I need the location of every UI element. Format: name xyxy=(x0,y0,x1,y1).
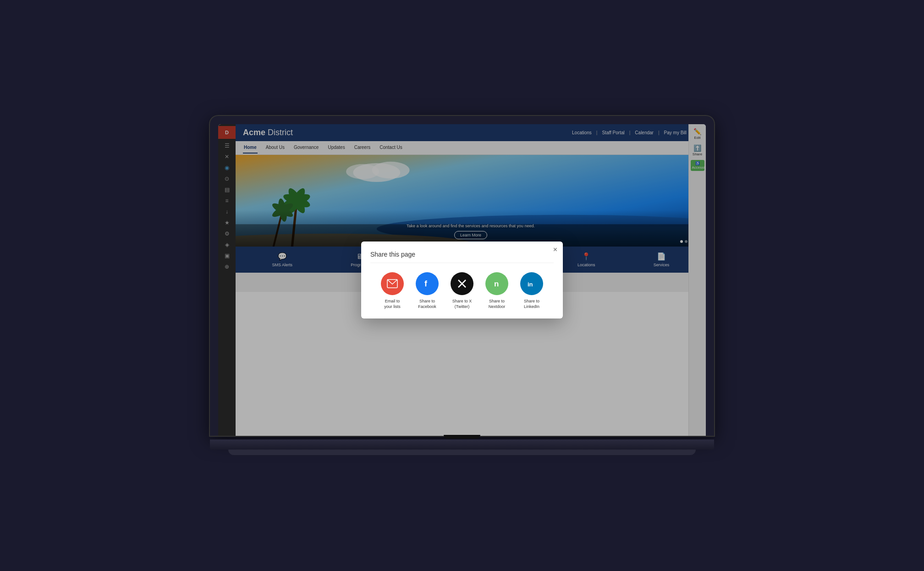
facebook-label: Share toFacebook xyxy=(418,299,436,309)
linkedin-label: Share toLinkedIn xyxy=(524,299,539,309)
svg-text:f: f xyxy=(424,279,428,288)
laptop-container: D ☰ ✕ ◉ ⊙ ▤ ≡ ↓ ★ ⚙ ◈ ▣ ⊕ xyxy=(210,116,714,455)
share-facebook[interactable]: f Share toFacebook xyxy=(416,272,439,309)
site-area: Acme District Locations | Staff Portal |… xyxy=(236,124,706,436)
twitter-label: Share to X(Twitter) xyxy=(452,299,472,309)
laptop-screen: D ☰ ✕ ◉ ⊙ ▤ ≡ ↓ ★ ⚙ ◈ ▣ ⊕ xyxy=(218,124,706,436)
share-modal: Share this page × xyxy=(361,242,563,318)
modal-overlay[interactable]: Share this page × xyxy=(236,124,706,436)
linkedin-icon: in xyxy=(526,278,537,289)
laptop-base xyxy=(210,439,714,450)
x-twitter-icon xyxy=(457,279,467,289)
modal-title: Share this page xyxy=(370,251,554,263)
share-linkedin[interactable]: in Share toLinkedIn xyxy=(520,272,543,309)
screen-bezel: D ☰ ✕ ◉ ⊙ ▤ ≡ ↓ ★ ⚙ ◈ ▣ ⊕ xyxy=(210,116,714,436)
svg-text:n: n xyxy=(494,280,499,288)
nextdoor-icon: n xyxy=(491,278,502,289)
email-icon xyxy=(387,279,398,288)
facebook-circle: f xyxy=(416,272,439,295)
share-nextdoor[interactable]: n Share toNextdoor xyxy=(485,272,508,309)
modal-close-button[interactable]: × xyxy=(553,246,557,253)
nextdoor-circle: n xyxy=(485,272,508,295)
twitter-circle xyxy=(451,272,473,295)
linkedin-circle: in xyxy=(520,272,543,295)
nextdoor-label: Share toNextdoor xyxy=(489,299,506,309)
share-email[interactable]: Email toyour lists xyxy=(381,272,404,309)
email-circle xyxy=(381,272,404,295)
share-options: Email toyour lists f Share toFacebook xyxy=(370,272,554,309)
email-label: Email toyour lists xyxy=(384,299,401,309)
browser-content: D ☰ ✕ ◉ ⊙ ▤ ≡ ↓ ★ ⚙ ◈ ▣ ⊕ xyxy=(218,124,706,436)
facebook-icon: f xyxy=(422,278,433,289)
laptop-bottom xyxy=(228,450,696,455)
share-twitter[interactable]: Share to X(Twitter) xyxy=(451,272,473,309)
svg-text:in: in xyxy=(528,281,533,288)
